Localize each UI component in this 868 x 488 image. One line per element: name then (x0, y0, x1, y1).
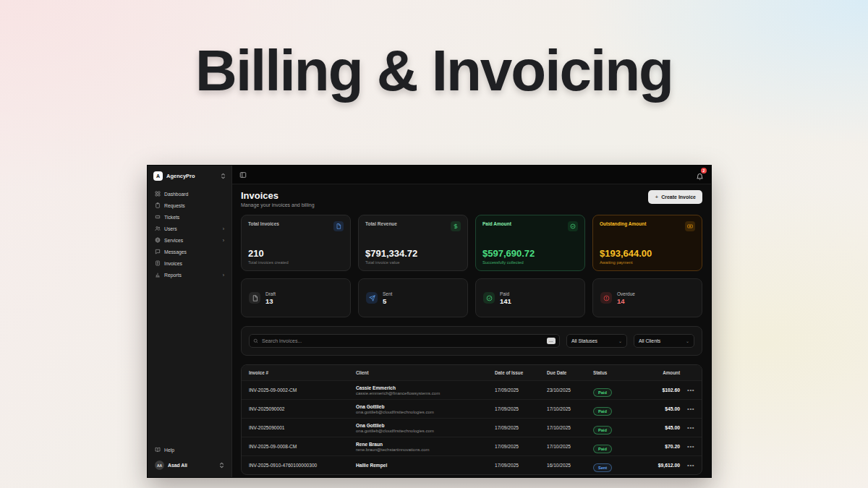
amount: $45.00 (635, 406, 680, 411)
card-caption: Successfully collected (482, 260, 578, 265)
page-subtitle: Manage your invoices and billing (241, 202, 315, 207)
col-status: Status (593, 370, 635, 375)
card-label: Total Invoices (248, 221, 279, 226)
issue-date: 17/09/2025 (495, 425, 547, 430)
dollar-icon (451, 221, 461, 231)
user-menu[interactable]: AA Asad Ali (152, 459, 227, 471)
sidebar-item-services[interactable]: Services › (152, 235, 227, 245)
bell-icon (696, 173, 704, 181)
issue-date: 17/09/2025 (495, 463, 547, 468)
due-date: 17/10/2025 (547, 406, 593, 411)
brand-name: AgencyPro (166, 173, 217, 179)
row-actions-button[interactable]: ••• (680, 406, 694, 412)
sidebar-item-tickets[interactable]: Tickets (152, 212, 227, 222)
sidebar-item-label: Tickets (164, 215, 224, 220)
amount: $70.20 (635, 444, 680, 449)
message-icon (155, 249, 161, 254)
status-badge: Paid (593, 407, 612, 416)
card-label: Outstanding Amount (600, 221, 646, 226)
sidebar-item-invoices[interactable]: Invoices (152, 258, 227, 268)
due-date: 23/10/2025 (547, 388, 593, 393)
sidebar-item-dashboard[interactable]: Dashboard (152, 189, 227, 199)
search-box[interactable]: ... (249, 334, 560, 348)
chevrons-up-down-icon (219, 462, 224, 468)
topbar: 2 (232, 166, 711, 184)
notifications-button[interactable]: 2 (696, 171, 704, 179)
status-card-label: Overdue (617, 291, 635, 296)
sidebar-item-reports[interactable]: Reports › (152, 270, 227, 280)
client-name: Ona Gottlieb (356, 404, 495, 409)
col-date-issue: Date of Issue (495, 370, 547, 375)
sidebar-item-label: Users (164, 226, 219, 231)
user-name: Asad Ali (168, 463, 216, 468)
invoice-number: INV-2025090002 (249, 406, 356, 411)
status-card-value: 141 (500, 297, 511, 305)
sidebar-item-messages[interactable]: Messages (152, 247, 227, 257)
chevron-down-icon: ⌄ (686, 338, 689, 343)
client-name: Cassie Emmerich (356, 385, 495, 390)
col-amount: Amount (635, 370, 680, 375)
due-date: 17/10/2025 (547, 444, 593, 449)
row-actions-button[interactable]: ••• (680, 443, 694, 450)
row-actions-button[interactable]: ••• (680, 462, 694, 468)
issue-date: 17/09/2025 (495, 444, 547, 449)
card-caption: Total invoices created (248, 260, 344, 265)
page-heading: Invoices (241, 190, 315, 201)
search-shortcut-badge: ... (547, 338, 556, 344)
invoice-number: INV-2025-09-0008-CM (249, 444, 356, 449)
brand-logo: A (153, 171, 163, 181)
sidebar-item-label: Messages (164, 249, 224, 254)
create-invoice-button[interactable]: + Create Invoice (648, 190, 702, 204)
sidebar-item-label: Requests (164, 203, 224, 208)
chevron-right-icon: › (223, 273, 224, 278)
amount: $45.00 (635, 425, 680, 430)
card-value: $193,644.00 (600, 248, 695, 259)
file-icon (249, 292, 260, 304)
table-row[interactable]: INV-2025-09-0008-CM Rene Braun rene.brau… (242, 437, 702, 455)
status-cards: Draft 13 Sent 5 Paid 141 (241, 278, 702, 317)
workspace-switcher[interactable]: A AgencyPro (148, 166, 231, 186)
alert-circle-icon (600, 292, 612, 304)
card-label: Total Revenue (365, 221, 397, 226)
status-card-label: Draft (265, 291, 276, 296)
chevron-down-icon: ⌄ (618, 338, 622, 343)
sidebar-item-requests[interactable]: Requests (152, 200, 227, 210)
sidebar-item-help[interactable]: Help (152, 445, 227, 454)
amount: $102.60 (635, 388, 680, 393)
issue-date: 17/09/2025 (495, 406, 547, 411)
card-draft: Draft 13 (241, 278, 351, 317)
table-row[interactable]: INV-2025-0910-4760100000300 Hallie Rempe… (242, 455, 702, 474)
clipboard-icon (155, 202, 161, 208)
status-badge: Sent (593, 463, 612, 472)
col-invoice: Invoice # (249, 370, 356, 375)
client-email: ona.gottlieb@cloudfirsttechnologies.com (356, 429, 495, 433)
content: Invoices Manage your invoices and billin… (232, 184, 711, 477)
sidebar-toggle-icon[interactable] (239, 171, 247, 179)
check-circle-icon (568, 221, 578, 231)
status-filter-select[interactable]: All Statuses ⌄ (566, 334, 627, 348)
amount: $9,612.00 (635, 463, 680, 468)
sidebar-item-label: Dashboard (164, 192, 224, 197)
ticket-icon (155, 214, 161, 220)
table-row[interactable]: INV-2025090002 Ona Gottlieb ona.gottlieb… (242, 399, 702, 418)
status-badge: Paid (593, 388, 612, 397)
table-row[interactable]: INV-2025090001 Ona Gottlieb ona.gottlieb… (242, 418, 702, 437)
status-badge: Paid (593, 426, 612, 435)
status-card-label: Paid (500, 291, 511, 296)
table-row[interactable]: INV-2025-09-0002-CM Cassie Emmerich cass… (242, 380, 702, 399)
sidebar-item-users[interactable]: Users › (152, 223, 227, 234)
card-overdue: Overdue 14 (592, 278, 702, 317)
banknote-icon (685, 221, 695, 231)
row-actions-button[interactable]: ••• (680, 424, 694, 431)
plus-icon: + (655, 194, 658, 200)
row-actions-button[interactable]: ••• (680, 387, 694, 393)
users-icon (155, 226, 161, 231)
status-card-value: 13 (265, 297, 276, 305)
card-total-revenue: Total Revenue $791,334.72 Total invoice … (358, 215, 468, 271)
search-input[interactable] (262, 338, 543, 343)
status-badge: Paid (593, 445, 612, 453)
invoice-icon (155, 260, 161, 266)
notification-badge: 2 (701, 168, 707, 174)
client-filter-select[interactable]: All Clients ⌄ (634, 334, 694, 348)
summary-cards: Total Invoices 210 Total invoices create… (241, 215, 702, 271)
